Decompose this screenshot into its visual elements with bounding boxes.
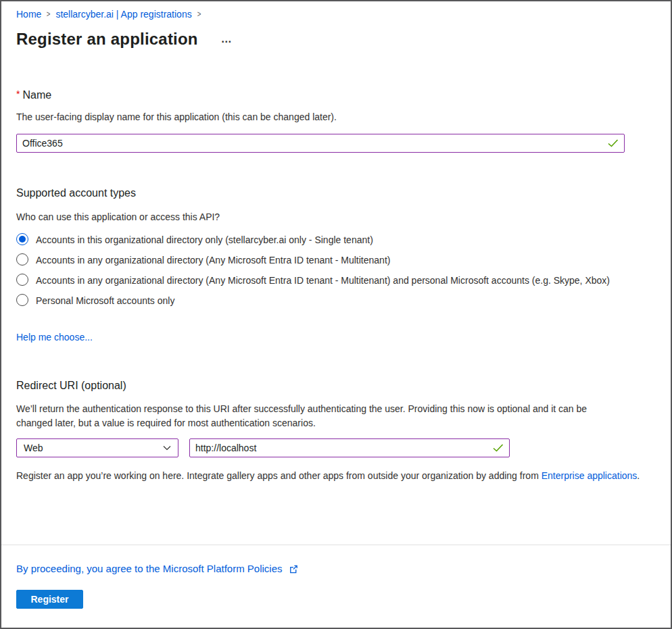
radio-option-label: Personal Microsoft accounts only xyxy=(36,293,174,308)
chevron-down-icon xyxy=(163,445,171,451)
more-options-icon[interactable]: … xyxy=(220,34,234,45)
chevron-right-icon: > xyxy=(197,8,201,20)
supported-account-types-heading: Supported account types xyxy=(16,185,656,201)
redirect-uri-input[interactable] xyxy=(190,439,493,457)
radio-button-icon[interactable] xyxy=(16,294,28,306)
name-label: *Name xyxy=(16,86,656,103)
register-button[interactable]: Register xyxy=(16,590,83,609)
radio-option-multitenant-personal[interactable]: Accounts in any organizational directory… xyxy=(16,273,656,288)
note-period: . xyxy=(637,470,640,481)
radio-option-label: Accounts in any organizational directory… xyxy=(36,253,390,268)
radio-option-label: Accounts in any organizational directory… xyxy=(36,273,610,288)
chevron-right-icon: > xyxy=(47,8,51,20)
note-text: Register an app you’re working on here. … xyxy=(16,470,542,481)
redirect-uri-heading: Redirect URI (optional) xyxy=(16,378,656,394)
footer-section: By proceeding, you agree to the Microsof… xyxy=(1,561,671,609)
radio-option-label: Accounts in this organizational director… xyxy=(36,232,373,247)
platform-policies-text: By proceeding, you agree to the Microsof… xyxy=(16,561,283,576)
platform-select-value: Web xyxy=(24,443,43,453)
platform-policies-link[interactable]: By proceeding, you agree to the Microsof… xyxy=(16,561,299,576)
radio-option-multitenant[interactable]: Accounts in any organizational directory… xyxy=(16,253,656,268)
valid-check-icon xyxy=(608,139,619,147)
redirect-uri-input-wrapper xyxy=(189,438,510,457)
redirect-uri-section: Redirect URI (optional) We’ll return the… xyxy=(16,378,656,482)
register-application-page: Home > stellarcyber.ai | App registratio… xyxy=(0,0,672,629)
breadcrumb: Home > stellarcyber.ai | App registratio… xyxy=(16,8,656,20)
name-input-wrapper xyxy=(16,134,625,153)
enterprise-apps-note: Register an app you’re working on here. … xyxy=(16,470,656,482)
radio-button-icon[interactable] xyxy=(16,274,28,286)
account-type-radio-group: Accounts in this organizational director… xyxy=(16,232,656,308)
page-title: Register an application xyxy=(16,28,198,50)
radio-option-single-tenant[interactable]: Accounts in this organizational director… xyxy=(16,232,656,247)
footer-divider xyxy=(1,545,671,545)
name-input[interactable] xyxy=(17,134,608,152)
radio-button-icon[interactable] xyxy=(16,253,28,266)
required-asterisk: * xyxy=(16,89,20,99)
account-types-question: Who can use this application or access t… xyxy=(16,211,656,224)
valid-check-icon xyxy=(493,444,504,452)
name-section: *Name The user-facing display name for t… xyxy=(16,86,656,153)
name-description: The user-facing display name for this ap… xyxy=(16,111,656,124)
help-me-choose-link[interactable]: Help me choose... xyxy=(16,331,93,344)
enterprise-applications-link[interactable]: Enterprise applications xyxy=(542,470,638,481)
radio-option-personal-only[interactable]: Personal Microsoft accounts only xyxy=(16,293,656,308)
redirect-uri-description: We’ll return the authentication response… xyxy=(16,402,625,430)
breadcrumb-app-registrations-link[interactable]: stellarcyber.ai | App registrations xyxy=(55,8,191,20)
external-link-icon xyxy=(288,564,299,574)
breadcrumb-home-link[interactable]: Home xyxy=(16,8,41,20)
radio-button-icon[interactable] xyxy=(16,233,28,245)
supported-account-types-section: Supported account types Who can use this… xyxy=(16,185,656,344)
platform-select[interactable]: Web xyxy=(16,438,178,457)
